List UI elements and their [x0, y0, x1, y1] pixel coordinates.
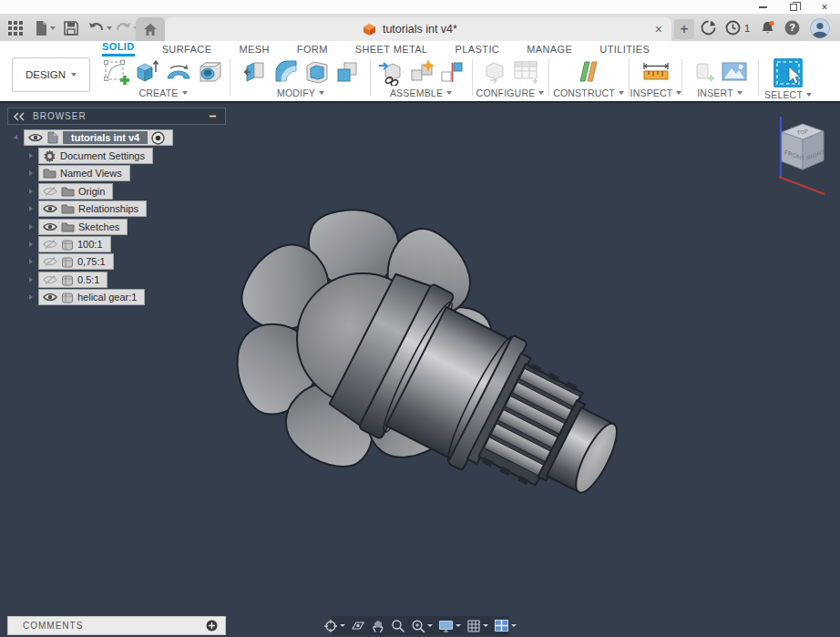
revolve-icon[interactable] [163, 58, 194, 86]
insert-derive-icon[interactable] [691, 58, 717, 86]
expand-arrow-icon[interactable] [29, 153, 33, 159]
create-dropdown[interactable]: CREATE [138, 87, 187, 98]
tab-mesh[interactable]: MESH [239, 44, 269, 57]
configure-icon[interactable] [481, 58, 508, 86]
tab-manage[interactable]: MANAGE [527, 44, 572, 57]
expand-arrow-icon[interactable] [13, 134, 19, 140]
workspace-selector-button[interactable]: DESIGN [12, 57, 90, 92]
file-menu-button[interactable] [35, 18, 56, 37]
close-window-button[interactable]: × [809, 0, 840, 15]
shell-icon[interactable] [303, 58, 331, 86]
eye-hidden-icon[interactable] [43, 274, 57, 285]
tree-row-root[interactable]: tutorials int v4 [15, 129, 173, 146]
expand-arrow-icon[interactable] [29, 206, 33, 211]
canvas-image-icon[interactable] [720, 58, 749, 86]
component-icon [61, 256, 74, 268]
display-settings-button[interactable] [437, 619, 462, 633]
hole-icon[interactable] [197, 58, 224, 86]
extensions-button[interactable] [701, 18, 716, 37]
minimize-button[interactable] [747, 0, 778, 15]
tree-row-sketches[interactable]: Sketches [29, 219, 128, 235]
joint-icon[interactable] [409, 58, 436, 86]
combine-icon[interactable] [333, 58, 361, 86]
save-button[interactable] [64, 18, 78, 37]
tree-row-origin[interactable]: Origin [29, 183, 113, 200]
job-status-button[interactable]: 1 [725, 18, 750, 37]
expand-arrow-icon[interactable] [29, 277, 33, 283]
eye-icon[interactable] [28, 132, 43, 143]
zoom-window-button[interactable] [410, 619, 434, 633]
expand-arrow-icon[interactable] [29, 241, 33, 247]
tree-row-body-100-1[interactable]: 100:1 [29, 236, 111, 252]
document-tab[interactable]: tutorials int v4* × [165, 17, 671, 41]
expand-arrow-icon[interactable] [29, 170, 33, 176]
select-icon[interactable] [772, 57, 804, 89]
select-label: SELECT [764, 89, 803, 100]
close-tab-button[interactable]: × [655, 23, 662, 36]
rigid-group-icon[interactable] [439, 59, 465, 85]
insert-dropdown[interactable]: INSERT [697, 87, 743, 98]
divider [548, 59, 549, 96]
tree-row-helical-gear[interactable]: helical gear:1 [29, 289, 145, 305]
tab-surface[interactable]: SURFACE [162, 44, 212, 57]
assemble-dropdown[interactable]: ASSEMBLE [390, 87, 452, 98]
tree-row-relationships[interactable]: Relationships [29, 200, 147, 217]
inspect-dropdown[interactable]: INSPECT [630, 87, 682, 98]
configure-dropdown[interactable]: CONFIGURE [476, 87, 545, 98]
extrude-icon[interactable] [133, 58, 160, 86]
ribbon-tab-bar: SOLID SURFACE MESH FORM SHEET METAL PLAS… [102, 41, 650, 57]
eye-icon[interactable] [43, 221, 57, 232]
collapse-tree-icon[interactable] [207, 110, 219, 122]
activate-component-radio[interactable] [151, 131, 165, 145]
help-button[interactable]: ? [784, 18, 800, 37]
orbit-button[interactable] [323, 619, 346, 633]
construct-plane-icon[interactable] [574, 57, 603, 87]
zoom-button[interactable] [390, 619, 406, 633]
eye-hidden-icon[interactable] [43, 239, 57, 250]
grid-caret-icon [483, 624, 488, 627]
create-sketch-icon[interactable] [103, 58, 130, 86]
pan-button[interactable] [370, 619, 386, 633]
tree-row-named-views[interactable]: Named Views [29, 165, 130, 181]
measure-icon[interactable] [640, 58, 671, 86]
eye-icon[interactable] [43, 292, 57, 303]
home-tab-button[interactable] [136, 17, 165, 41]
eye-icon[interactable] [43, 203, 57, 214]
press-pull-icon[interactable] [241, 58, 269, 86]
app-launcher-button[interactable] [7, 18, 24, 37]
select-dropdown[interactable]: SELECT [764, 89, 812, 100]
look-at-button[interactable] [350, 619, 366, 633]
tree-row-document-settings[interactable]: Document Settings [29, 148, 153, 164]
tab-plastic[interactable]: PLASTIC [456, 44, 500, 57]
expand-arrow-icon[interactable] [29, 224, 33, 230]
configuration-table-icon[interactable] [511, 58, 540, 86]
tab-sheet-metal[interactable]: SHEET METAL [355, 44, 428, 57]
comments-panel[interactable]: COMMENTS [7, 616, 226, 635]
construct-dropdown[interactable]: CONSTRUCT [553, 87, 624, 98]
expand-comments-icon[interactable] [206, 620, 218, 632]
expand-arrow-icon[interactable] [29, 189, 33, 194]
root-node-label[interactable]: tutorials int v4 [63, 131, 148, 144]
collapse-panel-icon[interactable] [13, 112, 26, 121]
expand-arrow-icon[interactable] [29, 259, 33, 264]
new-tab-button[interactable]: + [674, 19, 694, 39]
tab-utilities[interactable]: UTILITIES [599, 44, 650, 57]
notifications-button[interactable] [760, 18, 775, 37]
eye-hidden-icon[interactable] [43, 256, 57, 267]
new-component-icon[interactable] [377, 58, 406, 86]
maximize-button[interactable] [778, 0, 809, 15]
tree-row-body-05-1[interactable]: 0.5:1 [29, 272, 108, 288]
modify-dropdown[interactable]: MODIFY [277, 87, 324, 98]
fillet-icon[interactable] [271, 58, 301, 86]
viewports-button[interactable] [493, 619, 517, 632]
eye-hidden-icon[interactable] [43, 186, 57, 197]
profile-button[interactable] [810, 18, 830, 37]
tree-row-body-075-1[interactable]: 0,75:1 [29, 253, 114, 270]
tab-solid[interactable]: SOLID [102, 41, 135, 57]
grid-snaps-button[interactable] [466, 619, 489, 633]
tab-form[interactable]: FORM [297, 44, 328, 57]
expand-arrow-icon[interactable] [29, 294, 33, 300]
display-settings-caret-icon [456, 624, 461, 627]
undo-button[interactable] [88, 18, 112, 37]
browser-header[interactable]: BROWSER [7, 108, 226, 125]
